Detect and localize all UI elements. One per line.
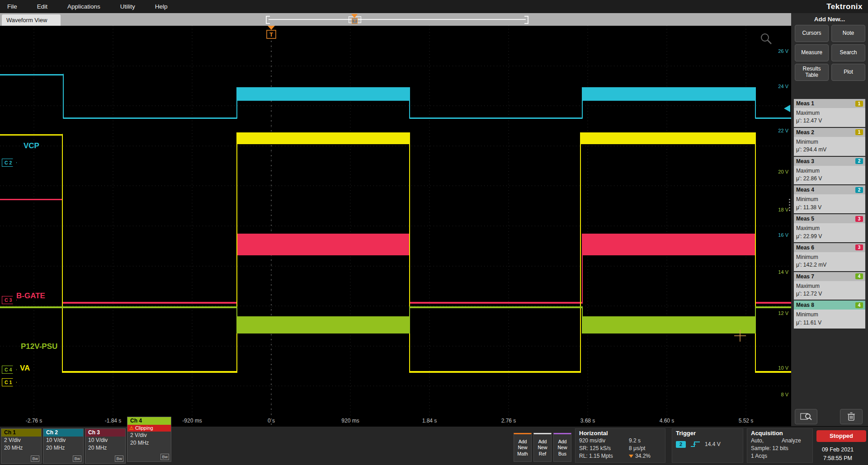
channel-badge-header: Ch 1 — [1, 429, 41, 437]
measurement-source-badge: 3 — [855, 216, 863, 222]
svg-text:14 V: 14 V — [778, 269, 788, 275]
add-new-measure-button[interactable]: Measure — [795, 44, 829, 61]
svg-text:16 V: 16 V — [778, 232, 788, 238]
overview-trigger-marker-icon[interactable] — [351, 14, 358, 18]
trash-button[interactable] — [840, 409, 863, 424]
add-new-plot-button[interactable]: Plot — [831, 64, 865, 81]
menu-items: FileEditApplicationsUtilityHelp — [0, 3, 168, 10]
waveform-area[interactable]: 26 V24 V22 V20 V18 V16 V14 V12 V10 V8 V-… — [0, 26, 791, 426]
horizontal-scale: 920 ms/div — [579, 437, 629, 445]
measurement-card[interactable]: Meas 42Minimumμ': 11.38 V — [794, 185, 865, 213]
menu-edit[interactable]: Edit — [37, 3, 47, 10]
measurement-header[interactable]: Meas 84 — [794, 301, 865, 310]
measurement-stat: Minimum — [796, 196, 863, 203]
bandwidth-limit-icon: Bw — [160, 454, 169, 460]
warning-icon: ⚠ — [129, 425, 134, 432]
clipping-label: Clipping — [135, 425, 153, 432]
menu-utility[interactable]: Utility — [120, 3, 135, 10]
measurement-card[interactable]: Meas 84Minimumμ': 11.61 V — [794, 301, 865, 329]
measurement-card[interactable]: Meas 63Minimumμ': 142.2 mV — [794, 243, 865, 271]
add-new-note-button[interactable]: Note — [831, 25, 865, 42]
horizontal-resolution: 8 μs/pt — [629, 445, 645, 452]
svg-text:-1.84 s: -1.84 s — [105, 418, 122, 424]
add-new-cursors-button[interactable]: Cursors — [795, 25, 829, 42]
measurement-source-badge: 2 — [855, 158, 863, 164]
trigger-title: Trigger — [672, 429, 743, 437]
overview-trigger-t-flag[interactable]: T — [352, 18, 358, 24]
channel-badge-ch3[interactable]: Ch 310 V/div20 MHzBw — [85, 428, 126, 464]
run-stop-button[interactable]: Stopped — [816, 430, 866, 442]
tab-waveform-view[interactable]: Waveform View — [2, 14, 61, 26]
horizontal-panel[interactable]: Horizontal 920 ms/div9.2 s SR: 125 kS/s8… — [575, 428, 665, 463]
measurement-card[interactable]: Meas 21Minimumμ': 294.4 mV — [794, 128, 865, 156]
measurement-card[interactable]: Meas 32Maximumμ': 22.86 V — [794, 157, 865, 185]
acquisition-title: Acquisition — [747, 429, 812, 437]
measurement-header[interactable]: Meas 74 — [794, 272, 865, 281]
channel-badge-ch2[interactable]: Ch 210 V/div20 MHzBw — [43, 428, 84, 464]
svg-text:8 V: 8 V — [781, 392, 788, 397]
horizontal-position: 34.2% — [635, 452, 651, 460]
menu-help[interactable]: Help — [155, 3, 168, 10]
measurement-value: μ': 11.61 V — [796, 319, 863, 327]
bandwidth-limit-icon: Bw — [31, 456, 39, 462]
channel-scale: 2 V/div — [1, 437, 41, 444]
add-new-ref-button[interactable]: Add New Ref — [533, 433, 552, 462]
trigger-panel[interactable]: Trigger 2 14.4 V — [672, 428, 743, 463]
channel-bandwidth: 20 MHz — [85, 444, 125, 452]
channel-label-p12v-psu: P12V-PSU — [21, 342, 57, 351]
svg-text:10 V: 10 V — [778, 365, 788, 371]
measurement-header[interactable]: Meas 21 — [794, 128, 865, 137]
measurement-stat: Maximum — [796, 167, 863, 175]
measurement-card[interactable]: Meas 74Maximumμ': 12.72 V — [794, 272, 865, 300]
measurement-value: μ': 12.72 V — [796, 290, 863, 298]
measurement-value: μ': 12.47 V — [796, 117, 863, 125]
datetime-display: 09 Feb 2021 7:58:55 PM — [809, 446, 866, 463]
measurement-card[interactable]: Meas 11Maximumμ': 12.47 V — [794, 99, 865, 127]
measurement-stat: Maximum — [796, 109, 863, 117]
panel-resize-grip[interactable] — [789, 199, 790, 211]
channel-bandwidth: 20 MHz — [1, 444, 41, 452]
zoom-overview-bar[interactable]: T — [266, 15, 528, 24]
bandwidth-limit-icon: Bw — [115, 456, 123, 462]
measurement-header[interactable]: Meas 11 — [794, 99, 865, 108]
channel-label-b-gate: B-GATE — [16, 291, 45, 301]
bandwidth-limit-row: Bw — [31, 455, 39, 462]
measurement-title: Meas 7 — [796, 272, 814, 281]
zoom-tool-button[interactable] — [795, 409, 817, 424]
measurement-body: Minimumμ': 142.2 mV — [794, 252, 865, 271]
measurement-stat: Maximum — [796, 225, 863, 232]
measurement-title: Meas 5 — [796, 214, 814, 223]
measurement-header[interactable]: Meas 63 — [794, 243, 865, 252]
menu-file[interactable]: File — [7, 3, 17, 10]
measurement-value: μ': 22.86 V — [796, 175, 863, 183]
measurement-body: Maximumμ': 12.47 V — [794, 108, 865, 127]
horizontal-title: Horizontal — [576, 429, 665, 437]
measurement-header[interactable]: Meas 53 — [794, 214, 865, 223]
channel-badge-header: Ch 3 — [85, 429, 125, 437]
menu-bar: FileEditApplicationsUtilityHelp Tektroni… — [0, 0, 868, 13]
channel-badge-ch4[interactable]: Ch 4⚠Clipping2 V/div20 MHzBw — [127, 417, 171, 462]
measurement-card[interactable]: Meas 53Maximumμ': 22.99 V — [794, 214, 865, 242]
horizontal-window: 9.2 s — [629, 437, 641, 445]
add-new-results-table-button[interactable]: Results Table — [795, 64, 829, 81]
svg-text:1.84 s: 1.84 s — [422, 418, 437, 424]
measurement-source-badge: 4 — [855, 273, 863, 279]
add-new-math-button[interactable]: Add New Math — [514, 433, 532, 462]
measurement-header[interactable]: Meas 42 — [794, 185, 865, 194]
trigger-level: 14.4 V — [705, 441, 721, 447]
measurement-title: Meas 1 — [796, 99, 814, 108]
add-new-search-button[interactable]: Search — [831, 44, 865, 61]
acquisition-panel[interactable]: Acquisition Auto,Analyze Sample: 12 bits… — [747, 428, 813, 463]
menu-applications[interactable]: Applications — [67, 3, 100, 10]
channel-badge-ch1[interactable]: Ch 12 V/div20 MHzBw — [1, 428, 42, 464]
time-text: 7:58:55 PM — [809, 454, 866, 463]
add-new-bus-button[interactable]: Add New Bus — [553, 433, 571, 462]
acquisition-count: 1 Acqs — [751, 452, 767, 460]
svg-text:3.68 s: 3.68 s — [580, 418, 595, 424]
measurement-title: Meas 4 — [796, 185, 814, 194]
measurement-header[interactable]: Meas 32 — [794, 157, 865, 166]
svg-text:2.76 s: 2.76 s — [501, 418, 516, 424]
date-text: 09 Feb 2021 — [809, 446, 866, 454]
measurement-value: μ': 22.99 V — [796, 233, 863, 240]
measurement-stat: Minimum — [796, 254, 863, 261]
